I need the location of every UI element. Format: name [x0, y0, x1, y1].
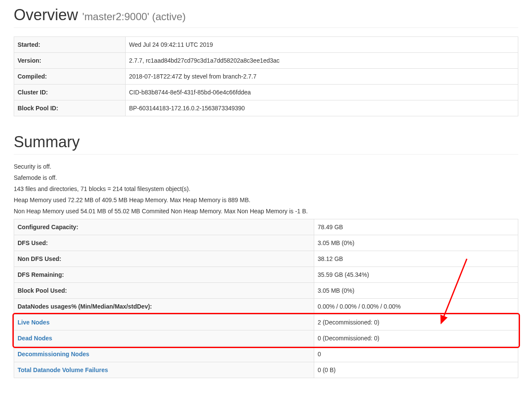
table-row: Dead Nodes0 (Decommissioned: 0)	[14, 330, 518, 346]
overview-row-label: Block Pool ID:	[14, 100, 126, 116]
table-row: Started:Wed Jul 24 09:42:11 UTC 2019	[14, 36, 518, 52]
summary-row-value: 0	[314, 346, 518, 362]
table-row: Total Datanode Volume Failures0 (0 B)	[14, 362, 518, 378]
table-row: Decommissioning Nodes0	[14, 346, 518, 362]
summary-title: Summary	[14, 133, 518, 151]
table-row: Live Nodes2 (Decommissioned: 0)	[14, 315, 518, 330]
summary-row-label: Configured Capacity:	[14, 219, 314, 235]
overview-table: Started:Wed Jul 24 09:42:11 UTC 2019Vers…	[14, 36, 518, 116]
summary-link-decommissioning-nodes[interactable]: Decommissioning Nodes	[18, 351, 89, 358]
summary-text-line: Heap Memory used 72.22 MB of 409.5 MB He…	[14, 197, 518, 203]
summary-text-line: Security is off.	[14, 163, 518, 170]
summary-row-value: 3.05 MB (0%)	[314, 283, 518, 299]
table-row: Version:2.7.7, rc1aad84bd27cd79c3d1a7dd5…	[14, 52, 518, 68]
summary-link-dead-nodes[interactable]: Dead Nodes	[18, 335, 52, 342]
summary-row-label: Block Pool Used:	[14, 283, 314, 299]
overview-header: Overview 'master2:9000' (active)	[14, 0, 518, 28]
summary-row-value: 0 (0 B)	[314, 362, 518, 378]
overview-row-value: Wed Jul 24 09:42:11 UTC 2019	[126, 36, 518, 52]
overview-title: Overview	[14, 6, 78, 24]
overview-row-label: Started:	[14, 36, 126, 52]
summary-row-value: 38.12 GB	[314, 251, 518, 267]
table-row: DataNodes usages% (Min/Median/Max/stdDev…	[14, 299, 518, 315]
summary-row-value: 0.00% / 0.00% / 0.00% / 0.00%	[314, 299, 518, 315]
table-row: Non DFS Used:38.12 GB	[14, 251, 518, 267]
summary-text-line: 143 files and directories, 71 blocks = 2…	[14, 185, 518, 192]
summary-row-value: 35.59 GB (45.34%)	[314, 267, 518, 283]
overview-row-label: Cluster ID:	[14, 84, 126, 100]
summary-link-total-datanode-volume-failures[interactable]: Total Datanode Volume Failures	[18, 367, 108, 373]
table-row: DFS Remaining:35.59 GB (45.34%)	[14, 267, 518, 283]
table-row: Compiled:2018-07-18T22:47Z by stevel fro…	[14, 68, 518, 84]
overview-row-value: BP-603144183-172.16.0.2-1563873349390	[126, 100, 518, 116]
summary-text-line: Safemode is off.	[14, 174, 518, 181]
table-row: Configured Capacity:78.49 GB	[14, 219, 518, 235]
overview-row-value: 2018-07-18T22:47Z by stevel from branch-…	[126, 68, 518, 84]
overview-row-value: 2.7.7, rc1aad84bd27cd79c3d1a7dd58202a8c3…	[126, 52, 518, 68]
table-row: Block Pool Used:3.05 MB (0%)	[14, 283, 518, 299]
summary-row-value: 78.49 GB	[314, 219, 518, 235]
table-row: Block Pool ID:BP-603144183-172.16.0.2-15…	[14, 100, 518, 116]
summary-row-value: 2 (Decommissioned: 0)	[314, 315, 518, 330]
summary-row-value: 0 (Decommissioned: 0)	[314, 330, 518, 346]
summary-row-label: Non DFS Used:	[14, 251, 314, 267]
overview-row-label: Compiled:	[14, 68, 126, 84]
summary-header: Summary	[14, 133, 518, 155]
summary-row-value: 3.05 MB (0%)	[314, 235, 518, 251]
table-row: DFS Used:3.05 MB (0%)	[14, 235, 518, 251]
summary-row-label: DFS Used:	[14, 235, 314, 251]
summary-text-line: Non Heap Memory used 54.01 MB of 55.02 M…	[14, 208, 518, 215]
summary-row-label: DFS Remaining:	[14, 267, 314, 283]
summary-link-live-nodes[interactable]: Live Nodes	[18, 319, 50, 326]
overview-row-label: Version:	[14, 52, 126, 68]
summary-text-block: Security is off.Safemode is off.143 file…	[14, 163, 518, 215]
summary-row-label: DataNodes usages% (Min/Median/Max/stdDev…	[14, 299, 314, 315]
summary-table: Configured Capacity:78.49 GBDFS Used:3.0…	[14, 219, 518, 378]
overview-row-value: CID-b83b8744-8e5f-431f-85bd-06e4c66fddea	[126, 84, 518, 100]
table-row: Cluster ID:CID-b83b8744-8e5f-431f-85bd-0…	[14, 84, 518, 100]
overview-subtitle: 'master2:9000' (active)	[82, 11, 186, 22]
